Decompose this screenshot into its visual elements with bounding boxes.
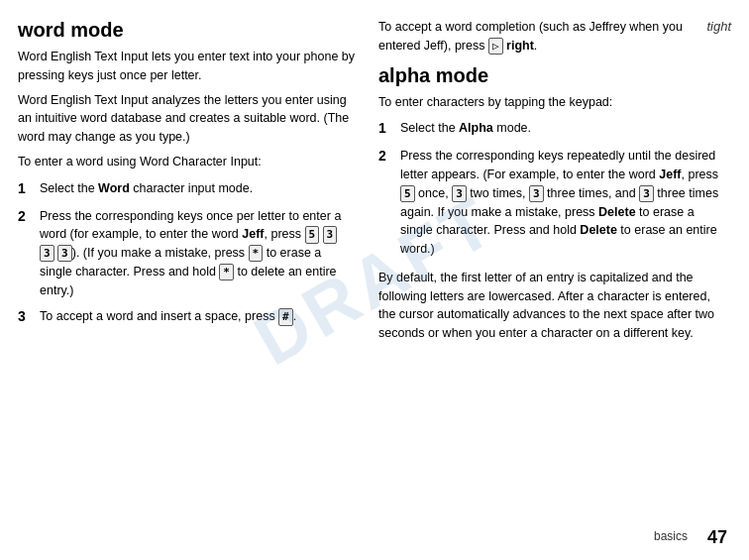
alpha-mode-intro: To enter characters by tapping the keypa… [378,93,727,112]
alpha-key-3b: 3 [529,185,544,202]
alpha-step-number-2: 2 [378,146,400,167]
right-key: ▷ [488,38,503,55]
step-content-1: Select the Word character input mode. [40,179,355,198]
key-3b: 3 [40,245,54,262]
step-number-2: 2 [18,206,40,227]
key-star-hold: * [219,264,234,280]
tight-badge: tight [706,18,731,37]
step-content-2: Press the corresponding keys once per le… [40,207,355,300]
word-step-3: 3 To accept a word and insert a space, p… [18,307,355,327]
word-bold: Word [98,181,130,195]
word-mode-para2: Word English Text Input analyzes the let… [18,91,355,147]
key-star: * [249,245,264,262]
step-number-3: 3 [18,306,40,327]
alpha-step-1: 1 Select the Alpha mode. [378,119,727,139]
jeff-bold-1: Jeff [242,227,264,241]
word-mode-title: word mode [18,18,355,42]
key-3c: 3 [57,245,72,262]
right-column: To accept a word completion (such as Jef… [378,18,727,542]
left-column: word mode Word English Text Input lets y… [18,18,355,542]
alpha-end-para: By default, the first letter of an entry… [378,269,727,343]
right-label: right [506,39,534,53]
jeff-bold-2: Jeff [659,168,681,181]
word-mode-para1: Word English Text Input lets you enter t… [18,48,355,85]
alpha-key-5: 5 [400,185,415,202]
accept-text: To accept a word completion (such as Jef… [378,18,727,56]
alpha-bold: Alpha [459,121,493,135]
delete-bold-1: Delete [598,205,636,219]
alpha-mode-steps: 1 Select the Alpha mode. 2 Press the cor… [378,119,727,259]
alpha-mode-title: alpha mode [378,63,727,87]
footer-number: 47 [707,524,727,550]
key-3a: 3 [323,226,338,243]
step-number-1: 1 [18,178,40,199]
step-content-3: To accept a word and insert a space, pre… [40,307,355,326]
word-mode-intro: To enter a word using Word Character Inp… [18,153,355,171]
key-hash: # [278,308,293,325]
alpha-key-3a: 3 [452,185,467,202]
footer-label: basics [654,528,688,545]
word-mode-steps: 1 Select the Word character input mode. … [18,179,355,328]
alpha-step-content-1: Select the Alpha mode. [400,119,727,138]
alpha-step-number-1: 1 [378,118,400,139]
alpha-step-content-2: Press the corresponding keys repeatedly … [400,147,727,259]
page-footer: basics 47 [654,524,727,550]
alpha-key-3c: 3 [639,185,654,202]
alpha-step-2: 2 Press the corresponding keys repeatedl… [378,147,727,259]
word-step-1: 1 Select the Word character input mode. [18,179,355,199]
key-5: 5 [305,226,320,243]
delete-bold-2: Delete [580,223,617,237]
word-step-2: 2 Press the corresponding keys once per … [18,207,355,300]
